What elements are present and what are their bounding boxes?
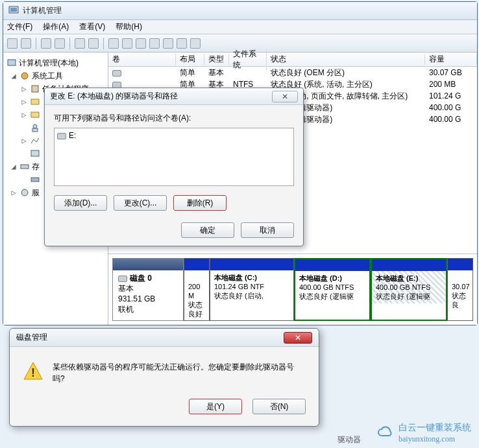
volume-header: 卷 布局 类型 文件系统 状态 容量 [108, 53, 477, 67]
svg-rect-10 [21, 165, 29, 169]
titlebar[interactable]: 计算机管理 [3, 2, 477, 20]
menu-file[interactable]: 文件(F) [7, 21, 32, 32]
dialog-title: 更改 E: (本地磁盘) 的驱动器号和路径 [50, 91, 178, 102]
drive-listbox[interactable]: E: [54, 128, 294, 186]
partition[interactable]: 本地磁盘 (D:)400.00 GB NTFS状态良好 (逻辑驱 [294, 258, 371, 321]
close-button[interactable]: ✕ [284, 332, 312, 344]
tree-system-tools[interactable]: ◢ 系统工具 [3, 69, 108, 82]
separator [103, 38, 104, 49]
refresh-icon[interactable] [108, 38, 119, 49]
table-row[interactable]: 简单基本状态良好 (OEM 分区)30.07 GB [108, 67, 477, 78]
partition[interactable]: 本地磁盘 (E:)400.00 GB NTFS状态良好 (逻辑驱 [371, 258, 447, 321]
back-icon[interactable] [7, 38, 18, 49]
watermark: 白云一键重装系统 baiyunxitong.com [378, 422, 471, 444]
separator [36, 38, 36, 49]
cancel-button[interactable]: 取消 [241, 222, 294, 238]
disk-map: 磁盘 0 基本 931.51 GB 联机 200 M状态良好本地磁盘 (C:)1… [108, 253, 477, 325]
disk-info[interactable]: 磁盘 0 基本 931.51 GB 联机 [112, 258, 184, 321]
undo-icon[interactable] [149, 38, 160, 49]
tree-root[interactable]: 计算机管理(本地) [3, 56, 108, 69]
col-layout[interactable]: 布局 [176, 54, 204, 65]
expand-icon[interactable]: ▷ [10, 188, 18, 197]
svg-rect-5 [31, 99, 39, 104]
confirm-titlebar[interactable]: 磁盘管理 ✕ [10, 329, 319, 347]
svg-rect-2 [8, 60, 16, 65]
col-volume[interactable]: 卷 [108, 54, 176, 65]
separator [69, 38, 70, 49]
menu-help[interactable]: 帮助(H) [116, 21, 142, 32]
device-icon [30, 148, 40, 159]
add-button[interactable]: 添加(D)... [54, 195, 107, 211]
disk-icon [118, 276, 127, 282]
partition[interactable]: 本地磁盘 (C:)101.24 GB NTF状态良好 (启动, [210, 258, 294, 321]
svg-rect-6 [31, 112, 39, 117]
disk-icon [30, 174, 40, 185]
tools-icon [19, 71, 30, 81]
list-icon[interactable] [75, 38, 85, 49]
confirm-message: 某些依赖驱动器号的程序可能无法正确运行。您确定要删除此驱动器号吗? [53, 361, 306, 384]
partition-row: 200 M状态良好本地磁盘 (C:)101.24 GB NTF状态良好 (启动,… [184, 258, 473, 321]
no-button[interactable]: 否(N) [252, 399, 306, 414]
menu-action[interactable]: 操作(A) [43, 21, 69, 32]
storage-icon [19, 161, 30, 172]
collapse-icon[interactable]: ◢ [10, 71, 18, 80]
props-icon[interactable] [55, 38, 65, 49]
help-icon[interactable] [190, 38, 201, 49]
dialog-titlebar[interactable]: 更改 E: (本地磁盘) 的驱动器号和路径 ✕ [45, 88, 303, 105]
svg-text:!: ! [31, 366, 35, 379]
menu-view[interactable]: 查看(V) [79, 21, 105, 32]
folder-icon [30, 97, 40, 107]
forward-icon[interactable] [21, 38, 31, 49]
svg-rect-1 [10, 8, 17, 12]
svg-point-7 [33, 124, 37, 128]
ok-button[interactable]: 确定 [181, 222, 234, 238]
folder-icon [30, 110, 40, 120]
svg-rect-4 [32, 86, 38, 92]
cloud-icon [378, 425, 393, 441]
close-button[interactable]: ✕ [272, 91, 298, 102]
drive-entry[interactable]: E: [57, 131, 291, 140]
detail-icon[interactable] [88, 38, 99, 49]
services-icon [19, 187, 30, 198]
task-icon [30, 84, 40, 94]
settings-icon[interactable] [163, 38, 173, 49]
partition[interactable]: 30.07状态良 [447, 258, 473, 321]
svg-point-3 [21, 73, 28, 79]
change-button[interactable]: 更改(C)... [114, 195, 167, 211]
users-icon [30, 123, 40, 133]
app-icon [8, 5, 19, 17]
svg-point-12 [21, 189, 28, 196]
partition[interactable]: 200 M状态良好 [184, 258, 210, 321]
yes-button[interactable]: 是(Y) [189, 399, 242, 414]
menubar: 文件(F) 操作(A) 查看(V) 帮助(H) [3, 20, 477, 34]
find-icon[interactable] [177, 38, 187, 49]
svg-rect-8 [32, 128, 38, 132]
svg-rect-11 [31, 178, 39, 182]
perf-icon [30, 136, 40, 146]
col-status[interactable]: 状态 [267, 54, 425, 65]
expand-icon[interactable]: ▷ [20, 84, 28, 93]
drive-icon [57, 133, 66, 139]
window-title: 计算机管理 [23, 5, 62, 16]
footer-driver-label: 驱动器 [338, 434, 361, 445]
svg-rect-9 [31, 150, 39, 156]
export-icon[interactable] [122, 38, 132, 49]
up-icon[interactable] [41, 38, 51, 49]
del-icon[interactable] [136, 38, 146, 49]
confirm-dialog: 磁盘管理 ✕ ! 某些依赖驱动器号的程序可能无法正确运行。您确定要删除此驱动器号… [9, 328, 319, 427]
confirm-title: 磁盘管理 [16, 332, 47, 343]
dialog-prompt: 可用下列驱动器号和路径访问这个卷(A): [54, 113, 294, 124]
col-type[interactable]: 类型 [204, 54, 229, 65]
collapse-icon[interactable]: ◢ [10, 162, 18, 171]
drive-letter-dialog: 更改 E: (本地磁盘) 的驱动器号和路径 ✕ 可用下列驱动器号和路径访问这个卷… [44, 88, 304, 246]
warning-icon: ! [23, 361, 43, 382]
computer-icon [6, 58, 17, 68]
remove-button[interactable]: 删除(R) [173, 195, 227, 211]
col-capacity[interactable]: 容量 [425, 54, 477, 65]
